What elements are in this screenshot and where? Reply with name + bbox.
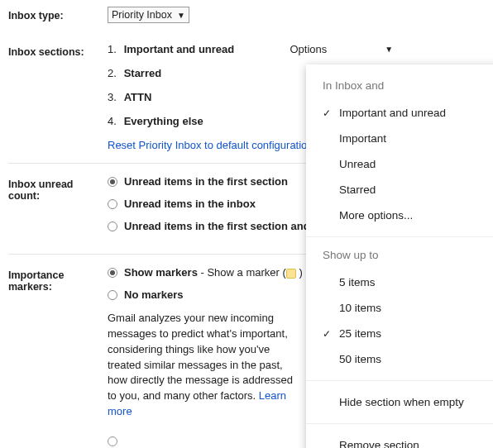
menu-item-text: More options... bbox=[339, 209, 413, 222]
inbox-type-label: Inbox type: bbox=[8, 7, 108, 21]
menu-item-text: Hide section when empty bbox=[339, 396, 464, 408]
menu-filter-unread[interactable]: Unread bbox=[306, 151, 493, 177]
menu-item-text: Remove section bbox=[339, 439, 419, 448]
section-num: 4. bbox=[108, 115, 121, 127]
marker-icon bbox=[286, 269, 296, 279]
show-markers-text: Show markers bbox=[124, 266, 198, 279]
show-markers-tail: - Show a marker ( bbox=[198, 266, 286, 279]
menu-filter-more-options[interactable]: More options... bbox=[306, 203, 493, 228]
section-num: 3. bbox=[108, 91, 121, 103]
inbox-type-select[interactable]: Priority Inbox ▼ bbox=[108, 7, 189, 23]
markers-desc-text: Gmail analyzes your new incoming message… bbox=[108, 312, 293, 402]
menu-filter-starred[interactable]: Starred bbox=[306, 177, 493, 203]
menu-item-text: 10 items bbox=[339, 302, 381, 314]
radio-icon bbox=[108, 268, 117, 278]
menu-count-10[interactable]: 10 items bbox=[306, 295, 493, 321]
options-caret-icon: ▼ bbox=[385, 45, 393, 54]
options-label: Options bbox=[290, 43, 328, 55]
menu-item-text: Unread bbox=[339, 158, 376, 170]
menu-item-text: Important and unread bbox=[339, 107, 446, 119]
unread-option-text: Unread items in the first section bbox=[124, 175, 288, 188]
menu-item-text: 5 items bbox=[339, 276, 376, 288]
unread-count-label: Inbox unread count: bbox=[8, 175, 108, 202]
reset-priority-inbox-link[interactable]: Reset Priority Inbox to default configur… bbox=[108, 139, 314, 151]
menu-item-text: 25 items bbox=[339, 327, 381, 340]
no-markers-text: No markers bbox=[124, 288, 184, 301]
menu-remove-section[interactable]: Remove section bbox=[306, 432, 493, 448]
section-options-menu: In Inbox and ✓ Important and unread Impo… bbox=[306, 64, 493, 448]
menu-divider bbox=[306, 236, 493, 237]
menu-count-50[interactable]: 50 items bbox=[306, 346, 493, 372]
menu-item-text: Important bbox=[339, 132, 386, 145]
radio-icon bbox=[108, 177, 117, 187]
unread-option-text: Unread items in the inbox bbox=[124, 198, 256, 210]
menu-header-show-up-to: Show up to bbox=[306, 245, 493, 269]
section-num: 1. bbox=[108, 43, 121, 55]
menu-divider bbox=[306, 380, 493, 381]
check-icon: ✓ bbox=[323, 107, 339, 119]
menu-filter-important-unread[interactable]: ✓ Important and unread bbox=[306, 100, 493, 126]
inbox-sections-label: Inbox sections: bbox=[8, 43, 108, 58]
menu-count-5[interactable]: 5 items bbox=[306, 269, 493, 295]
section-name: Everything else bbox=[124, 115, 203, 127]
menu-filter-important[interactable]: Important bbox=[306, 126, 493, 151]
section-item: 1. Important and unread Options ▼ bbox=[108, 43, 485, 55]
section-options-button[interactable]: Options ▼ bbox=[290, 43, 394, 55]
menu-divider bbox=[306, 423, 493, 424]
section-name: Starred bbox=[124, 67, 162, 79]
menu-item-text: Starred bbox=[339, 183, 376, 196]
menu-item-text: 50 items bbox=[339, 353, 381, 365]
importance-markers-label: Importance markers: bbox=[8, 266, 108, 293]
check-icon: ✓ bbox=[323, 328, 339, 340]
select-caret-icon: ▼ bbox=[177, 11, 185, 20]
radio-icon bbox=[108, 222, 117, 231]
menu-count-25[interactable]: ✓ 25 items bbox=[306, 321, 493, 346]
menu-header-inbox-and: In Inbox and bbox=[306, 76, 493, 100]
show-markers-tail2: ) bbox=[296, 266, 303, 279]
radio-icon bbox=[108, 290, 117, 300]
section-name: Important and unread bbox=[124, 43, 235, 55]
menu-hide-when-empty[interactable]: Hide section when empty bbox=[306, 389, 493, 415]
radio-icon bbox=[108, 436, 117, 446]
markers-description: Gmail analyzes your new incoming message… bbox=[108, 311, 298, 420]
inbox-type-value: Priority Inbox bbox=[112, 9, 172, 21]
radio-icon bbox=[108, 199, 117, 209]
section-name: ATTN bbox=[124, 91, 152, 103]
section-num: 2. bbox=[108, 67, 121, 79]
